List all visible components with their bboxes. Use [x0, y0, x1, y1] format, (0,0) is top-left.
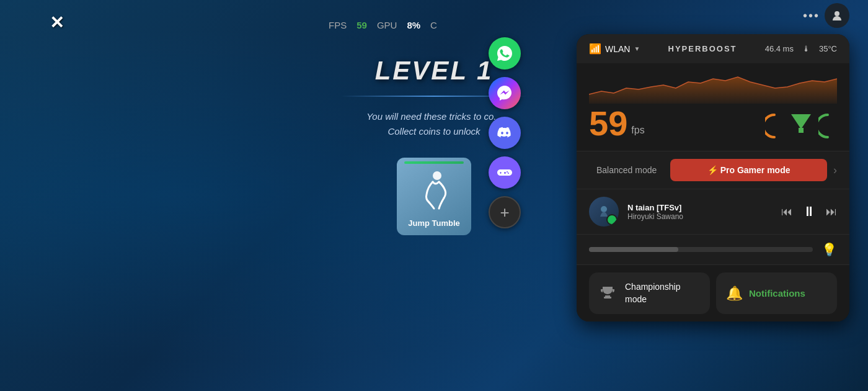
whatsapp-icon[interactable]	[489, 37, 521, 70]
trick-icon	[412, 165, 456, 215]
wlan-section[interactable]: 📶 WLAN ▼	[589, 43, 640, 55]
modes-section: Balanced mode ⚡ Pro Gamer mode ›	[577, 151, 849, 189]
championship-label-line2: mode	[625, 294, 681, 306]
unlock-text: You will need these tricks to co... Coll…	[366, 109, 502, 139]
svg-point-1	[601, 206, 607, 212]
next-track-button[interactable]: ⏭	[826, 205, 837, 218]
championship-label: Championship mode	[625, 281, 681, 305]
bell-icon: 🔔	[726, 285, 743, 302]
menu-dots[interactable]: •••	[803, 9, 820, 23]
svg-rect-2	[605, 295, 610, 297]
music-title: N taian [TFSv]	[627, 203, 773, 212]
brightness-slider[interactable]	[589, 247, 813, 252]
messenger-icon[interactable]	[489, 77, 521, 109]
music-artist: Hiroyuki Sawano	[627, 212, 773, 221]
pro-gamer-mode-button[interactable]: ⚡ Pro Gamer mode	[670, 159, 827, 181]
temp-icon: 🌡	[802, 44, 810, 53]
ping-temp: 46.4 ms 🌡 35°C	[765, 44, 837, 53]
brightness-fill	[589, 247, 678, 252]
championship-icon	[599, 284, 619, 303]
unlock-line2: Collect coins to unlock	[388, 126, 480, 137]
prev-track-button[interactable]: ⏮	[781, 205, 792, 218]
top-profile-icon[interactable]	[825, 3, 849, 28]
play-pause-button[interactable]: ⏸	[802, 204, 816, 220]
side-icons: +	[489, 37, 521, 228]
trick-name: Jump Tumble	[408, 218, 460, 228]
fps-indicators	[765, 107, 837, 140]
music-section: N taian [TFSv] Hiroyuki Sawano ⏮ ⏸ ⏭	[577, 189, 849, 234]
mode-chevron-icon[interactable]: ›	[833, 164, 837, 177]
notifications-label: Notifications	[749, 288, 805, 299]
discord-icon[interactable]	[489, 117, 521, 149]
fps-number: 59	[589, 106, 627, 141]
level-title: LEVEL 1	[375, 56, 494, 86]
fps-label: FPS	[329, 20, 347, 30]
gpu-value: 8%	[407, 20, 420, 30]
fps-value: 59	[356, 20, 367, 30]
fps-graph	[589, 70, 837, 104]
brightness-icon: 💡	[822, 242, 837, 257]
trick-card[interactable]: Jump Tumble	[397, 158, 471, 235]
close-button[interactable]: ✕	[50, 12, 64, 33]
album-art	[589, 197, 619, 227]
ping-value: 46.4 ms	[765, 44, 794, 53]
add-app-button[interactable]: +	[489, 196, 521, 228]
championship-label-line1: Championship	[625, 281, 681, 294]
hud-bar: FPS 59 GPU 8% C	[329, 20, 437, 30]
music-info: N taian [TFSv] Hiroyuki Sawano	[627, 203, 773, 221]
wlan-label: WLAN	[605, 44, 630, 54]
game-controller-icon[interactable]	[489, 156, 521, 189]
championship-mode-tile[interactable]: Championship mode	[589, 272, 710, 314]
temp-value: 35°C	[819, 44, 837, 53]
fps-main: 59 fps	[589, 106, 837, 141]
svg-rect-3	[604, 297, 611, 299]
hyperboost-panel: 📶 WLAN ▼ HYPERBOOST 46.4 ms 🌡 35°C	[577, 34, 849, 321]
hyperboost-logo: HYPERBOOST	[668, 44, 737, 53]
notifications-tile[interactable]: 🔔 Notifications	[716, 272, 837, 314]
fps-area: 59 fps	[577, 63, 849, 151]
panel-header: 📶 WLAN ▼ HYPERBOOST 46.4 ms 🌡 35°C	[577, 34, 849, 63]
wifi-icon: 📶	[589, 43, 601, 55]
top-bar-icons: •••	[803, 0, 849, 31]
wlan-dropdown-icon: ▼	[634, 45, 640, 52]
extra-label: C	[430, 20, 437, 30]
bottom-tiles: Championship mode 🔔 Notifications	[577, 264, 849, 321]
brightness-section: 💡	[577, 234, 849, 264]
unlock-line1: You will need these tricks to co...	[366, 111, 502, 122]
fps-unit: fps	[631, 125, 644, 141]
svg-point-4	[835, 11, 839, 16]
gpu-label: GPU	[377, 20, 397, 30]
balanced-mode-button[interactable]: Balanced mode	[589, 160, 664, 180]
music-controls: ⏮ ⏸ ⏭	[781, 204, 837, 220]
svg-point-0	[433, 171, 441, 180]
